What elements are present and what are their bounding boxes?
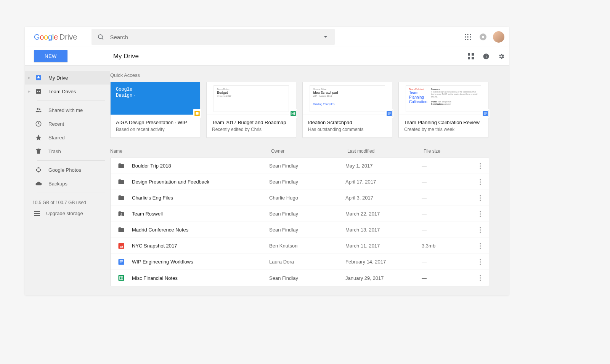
file-row[interactable]: WIP Engineering WorkflowsLaura DoraFebru… [111, 254, 489, 270]
action-bar: NEW My Drive [25, 47, 509, 65]
apps-icon[interactable] [460, 29, 475, 45]
sidebar-item-team-drives[interactable]: ▶Team Drives [25, 85, 110, 98]
col-size[interactable]: File size [424, 148, 477, 154]
more-actions-icon[interactable] [475, 163, 486, 169]
upgrade-storage[interactable]: Upgrade storage [25, 208, 110, 219]
logo[interactable]: Google Drive [34, 33, 77, 42]
search-box[interactable] [92, 29, 335, 45]
google-wordmark: Google [34, 33, 58, 42]
col-name[interactable]: Name [110, 148, 271, 154]
storage-usage: 10.5 GB of 100.7 GB used [25, 195, 110, 208]
file-row[interactable]: Misc Financial NotesSean FindlayJanuary … [111, 270, 489, 286]
svg-rect-37 [388, 114, 390, 115]
chevron-right-icon: ▶ [28, 76, 33, 80]
card-subtitle: Has outstanding comments [308, 127, 387, 132]
file-row[interactable]: NYC Snapshot 2017Ben KnutsonMarch 11, 20… [111, 238, 489, 254]
file-size: — [422, 275, 475, 281]
sidebar-item-trash[interactable]: Trash [25, 144, 110, 158]
sidebar-item-shared-with-me[interactable]: Shared with me [25, 103, 110, 117]
svg-rect-7 [470, 37, 471, 38]
col-modified[interactable]: Last modified [347, 148, 424, 154]
svg-point-45 [480, 179, 481, 180]
svg-point-42 [480, 163, 481, 164]
sidebar-item-backups[interactable]: Backups [25, 177, 110, 190]
star-icon [34, 133, 43, 142]
trash-icon [34, 147, 43, 156]
settings-gear-icon[interactable] [494, 49, 509, 64]
svg-rect-16 [486, 56, 486, 57]
view-grid-icon[interactable] [463, 49, 478, 64]
details-icon[interactable] [478, 49, 494, 64]
folder-icon [117, 177, 126, 187]
svg-rect-4 [470, 34, 471, 35]
cloud-icon [34, 179, 43, 188]
folder-icon [117, 193, 126, 203]
file-modified: January 29, 2017 [345, 275, 422, 281]
svg-point-56 [480, 229, 481, 230]
sidebar-item-label: Shared with me [48, 107, 105, 113]
svg-rect-8 [465, 39, 466, 40]
file-owner: Sean Findlay [269, 227, 345, 233]
more-actions-icon[interactable] [475, 259, 486, 265]
sidebar-item-google-photos[interactable]: Google Photos [25, 163, 110, 177]
notifications-icon[interactable] [475, 29, 491, 45]
col-owner[interactable]: Owner [271, 148, 347, 154]
sidebar-item-starred[interactable]: Starred [25, 131, 110, 144]
location-title[interactable]: My Drive [113, 53, 139, 60]
sidebar-item-label: Backups [48, 181, 105, 187]
svg-point-66 [480, 259, 481, 260]
svg-point-20 [37, 91, 38, 92]
file-owner: Charlie Hugo [269, 195, 345, 201]
quick-access-row: GoogleDesign¬AIGA Design Presentation · … [110, 82, 489, 138]
more-actions-icon[interactable] [475, 227, 486, 233]
sidebar: ▶My Drive▶Team Drives Shared with meRece… [25, 65, 110, 295]
people-icon [34, 105, 43, 115]
file-row[interactable]: Team RoswellSean FindlayMarch 22, 2017— [111, 206, 489, 222]
file-name: NYC Snapshot 2017 [132, 243, 269, 249]
svg-rect-14 [472, 57, 474, 59]
sidebar-item-my-drive[interactable]: ▶My Drive [25, 71, 110, 85]
card-subtitle: Based on recent activity [116, 127, 194, 132]
svg-rect-6 [467, 37, 469, 38]
photos-icon [34, 165, 43, 174]
card-subtitle: Recently edited by Chris [212, 127, 291, 132]
search-options-dropdown-icon[interactable] [316, 35, 335, 39]
file-size: 3.3mb [422, 243, 475, 249]
svg-point-43 [480, 165, 481, 166]
file-row[interactable]: Design Presentation and FeedbackSean Fin… [111, 174, 489, 190]
svg-point-0 [98, 35, 103, 39]
quick-access-label: Quick Access [110, 65, 509, 82]
file-modified: February 14, 2017 [345, 259, 422, 265]
quick-access-card[interactable]: Google DriveIdea ScratchpadWIP · August … [302, 82, 392, 138]
top-bar: Google Drive [25, 27, 509, 47]
file-row[interactable]: Charlie's Eng FilesCharlie HugoApril 3, … [111, 190, 489, 206]
svg-point-21 [39, 91, 40, 92]
quick-access-card[interactable]: Team RobotBudgetOngoing 2017Team 2017 Bu… [206, 82, 296, 138]
file-name: Design Presentation and Feedback [132, 179, 269, 185]
svg-rect-58 [119, 243, 124, 249]
more-actions-icon[interactable] [475, 195, 486, 201]
body: ▶My Drive▶Team Drives Shared with meRece… [25, 65, 509, 295]
search-input[interactable] [110, 34, 316, 40]
file-size: — [422, 195, 475, 201]
svg-rect-64 [120, 261, 123, 262]
more-actions-icon[interactable] [475, 243, 486, 249]
svg-rect-26 [34, 213, 40, 214]
more-actions-icon[interactable] [475, 211, 486, 217]
quick-access-card[interactable]: GoogleDesign¬AIGA Design Presentation · … [110, 82, 200, 138]
quick-access-card[interactable]: Team Fish testTeam PlanningCalibrationSu… [398, 82, 488, 138]
file-row[interactable]: Boulder Trip 2018Sean FindlayMay 1, 2017… [111, 158, 489, 174]
new-button[interactable]: NEW [34, 50, 67, 62]
more-actions-icon[interactable] [475, 275, 486, 281]
user-avatar[interactable] [493, 31, 504, 43]
more-actions-icon[interactable] [475, 179, 486, 185]
file-row[interactable]: Madrid Conference NotesSean FindlayMarch… [111, 222, 489, 238]
sidebar-item-recent[interactable]: Recent [25, 117, 110, 131]
storage-icon [32, 211, 42, 216]
file-owner: Sean Findlay [269, 211, 345, 217]
card-subtitle: Created by me this week [404, 127, 483, 132]
file-owner: Sean Findlay [269, 275, 345, 281]
sidebar-item-label: Recent [48, 121, 105, 127]
svg-point-50 [480, 200, 481, 201]
file-modified: May 1, 2017 [345, 163, 422, 169]
